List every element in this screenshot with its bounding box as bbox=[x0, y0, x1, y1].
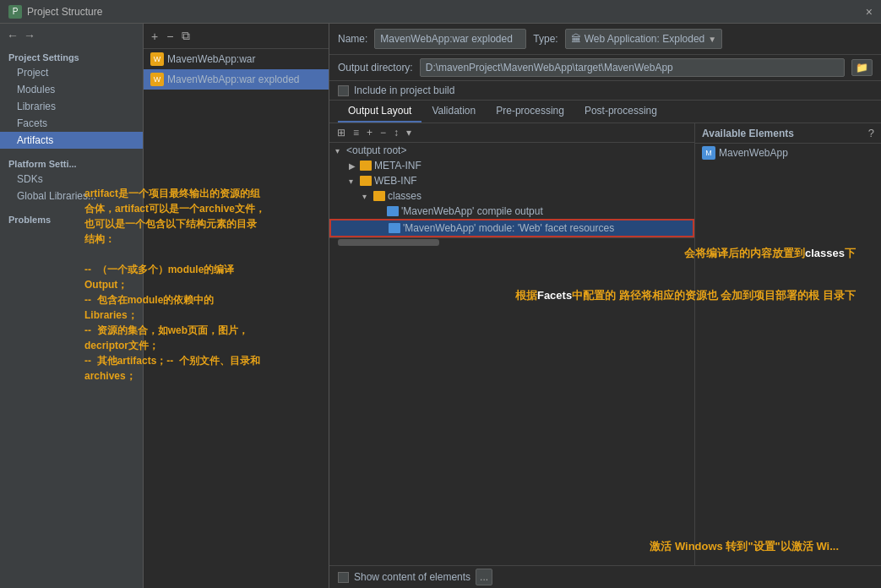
file-icon-compile-output bbox=[387, 206, 399, 216]
add-artifact-button[interactable]: + bbox=[149, 28, 160, 45]
output-dir-label: Output directory: bbox=[338, 62, 413, 74]
project-structure-icon: P bbox=[8, 5, 22, 19]
available-elements-title: Available Elements bbox=[702, 128, 863, 139]
right-panel: Name: Type: 🏛 Web Application: Exploded … bbox=[329, 24, 881, 588]
artifact-list-toolbar: + − ⧉ bbox=[144, 24, 329, 49]
tree-node-label: <output root> bbox=[346, 144, 406, 156]
sidebar-item-modules[interactable]: Modules bbox=[0, 81, 143, 98]
tree-add-button[interactable]: + bbox=[364, 126, 375, 139]
tree-node-compile-output[interactable]: 'MavenWebApp' compile output bbox=[329, 204, 694, 219]
main-container: ← → Project Settings Project Modules Lib… bbox=[0, 24, 881, 588]
tree-list-button[interactable]: ≡ bbox=[351, 126, 362, 139]
artifact-list-panel: + − ⧉ W MavenWebApp:war W MavenWebApp:wa… bbox=[144, 24, 329, 588]
sidebar-item-libraries[interactable]: Libraries bbox=[0, 98, 143, 115]
tree-node-facet-resources[interactable]: 'MavenWebApp' module: 'Web' facet resour… bbox=[329, 219, 694, 237]
tree-arrow-meta-inf: ▶ bbox=[349, 161, 357, 171]
output-dir-row: Output directory: 📁 bbox=[329, 55, 881, 81]
tree-arrow-web-inf: ▾ bbox=[349, 177, 357, 186]
tree-node-label: 'MavenWebApp' module: 'Web' facet resour… bbox=[403, 222, 614, 234]
type-dropdown-icon: 🏛 bbox=[571, 33, 581, 45]
show-content-checkbox[interactable] bbox=[338, 572, 349, 583]
tree-node-label: classes bbox=[388, 190, 421, 202]
tree-grid-button[interactable]: ⊞ bbox=[334, 126, 348, 139]
name-type-row: Name: Type: 🏛 Web Application: Exploded … bbox=[329, 24, 881, 55]
back-button[interactable]: ← bbox=[7, 29, 19, 42]
folder-icon-meta-inf bbox=[360, 161, 372, 171]
artifact-war-icon: W bbox=[150, 52, 164, 66]
remove-artifact-button[interactable]: − bbox=[164, 28, 176, 45]
sidebar-item-problems[interactable]: Problems bbox=[0, 208, 143, 226]
horizontal-scrollbar[interactable] bbox=[329, 237, 694, 246]
output-dir-input[interactable] bbox=[420, 58, 845, 77]
type-label: Type: bbox=[533, 33, 557, 45]
tree-node-label: META-INF bbox=[374, 160, 421, 172]
artifact-item-war-exploded[interactable]: W MavenWebApp:war exploded bbox=[144, 69, 329, 90]
include-row: Include in project build bbox=[329, 81, 881, 101]
sidebar-nav-arrows: ← → bbox=[0, 24, 143, 47]
name-input[interactable] bbox=[374, 29, 526, 49]
more-button[interactable]: ... bbox=[476, 569, 492, 585]
available-item-label: MavenWebApp bbox=[719, 147, 788, 159]
forward-button[interactable]: → bbox=[24, 29, 35, 42]
close-button[interactable]: × bbox=[866, 5, 873, 19]
title-bar-text: Project Structure bbox=[27, 6, 102, 18]
bottom-bar: Show content of elements ... bbox=[329, 565, 881, 588]
maven-webapp-icon: M bbox=[702, 146, 715, 160]
tree-remove-button[interactable]: − bbox=[378, 126, 389, 139]
title-bar: P Project Structure × bbox=[0, 0, 881, 24]
show-content-label: Show content of elements bbox=[354, 571, 470, 583]
tab-output-layout[interactable]: Output Layout bbox=[338, 101, 421, 122]
tree-panel: ⊞ ≡ + − ↕ ▾ ▾ <output root> ▶ M bbox=[329, 123, 695, 565]
tree-arrow-classes: ▾ bbox=[362, 192, 371, 201]
tab-pre-processing[interactable]: Pre-processing bbox=[486, 101, 574, 122]
sidebar-item-facets[interactable]: Facets bbox=[0, 115, 143, 132]
help-icon[interactable]: ? bbox=[868, 127, 874, 139]
available-item-mavenwebapp[interactable]: M MavenWebApp bbox=[695, 144, 881, 162]
tree-expand-button[interactable]: ▾ bbox=[404, 126, 414, 139]
tree-toolbar: ⊞ ≡ + − ↕ ▾ bbox=[329, 123, 694, 143]
tree-node-label: 'MavenWebApp' compile output bbox=[401, 205, 543, 217]
artifact-war-exploded-label: MavenWebApp:war exploded bbox=[167, 74, 300, 85]
tab-post-processing[interactable]: Post-processing bbox=[574, 101, 667, 122]
output-layout-area: ⊞ ≡ + − ↕ ▾ ▾ <output root> ▶ M bbox=[329, 123, 881, 565]
sidebar-item-global-libraries[interactable]: Global Libraries... bbox=[0, 188, 143, 204]
tree-node-output-root[interactable]: ▾ <output root> bbox=[329, 143, 694, 158]
tree-sort-button[interactable]: ↕ bbox=[391, 126, 401, 139]
project-settings-label: Project Settings bbox=[0, 47, 143, 64]
artifact-item-war[interactable]: W MavenWebApp:war bbox=[144, 49, 329, 69]
available-elements-panel: Available Elements ? M MavenWebApp bbox=[695, 123, 881, 565]
sidebar-item-project[interactable]: Project bbox=[0, 64, 143, 81]
include-checkbox[interactable] bbox=[338, 85, 349, 96]
name-label: Name: bbox=[338, 33, 367, 45]
tree-node-web-inf[interactable]: ▾ WEB-INF bbox=[329, 173, 694, 188]
file-icon-facet-resources bbox=[389, 223, 400, 233]
folder-icon-web-inf bbox=[360, 176, 372, 186]
copy-artifact-button[interactable]: ⧉ bbox=[179, 27, 193, 45]
artifact-war-exploded-icon: W bbox=[150, 73, 164, 86]
include-label: Include in project build bbox=[354, 84, 454, 96]
tree-node-classes[interactable]: ▾ classes bbox=[329, 188, 694, 204]
type-dropdown-text: Web Application: Exploded bbox=[585, 33, 705, 45]
tab-validation[interactable]: Validation bbox=[421, 101, 486, 122]
browse-folder-button[interactable]: 📁 bbox=[851, 59, 873, 76]
type-dropdown[interactable]: 🏛 Web Application: Exploded ▼ bbox=[565, 29, 722, 49]
sidebar-item-sdks[interactable]: SDKs bbox=[0, 171, 143, 188]
folder-icon-classes bbox=[373, 191, 385, 201]
artifact-war-label: MavenWebApp:war bbox=[167, 53, 256, 65]
tabs-row: Output Layout Validation Pre-processing … bbox=[329, 101, 881, 123]
tree-node-label: WEB-INF bbox=[374, 175, 417, 187]
tree-arrow-output-root: ▾ bbox=[335, 146, 344, 155]
sidebar: ← → Project Settings Project Modules Lib… bbox=[0, 24, 144, 588]
hscroll-thumb[interactable] bbox=[338, 239, 439, 246]
type-dropdown-arrow: ▼ bbox=[708, 35, 716, 44]
tree-node-meta-inf[interactable]: ▶ META-INF bbox=[329, 158, 694, 173]
platform-settings-label: Platform Setti... bbox=[0, 152, 143, 171]
sidebar-item-artifacts[interactable]: Artifacts bbox=[0, 132, 143, 149]
available-elements-header: Available Elements ? bbox=[695, 123, 881, 144]
